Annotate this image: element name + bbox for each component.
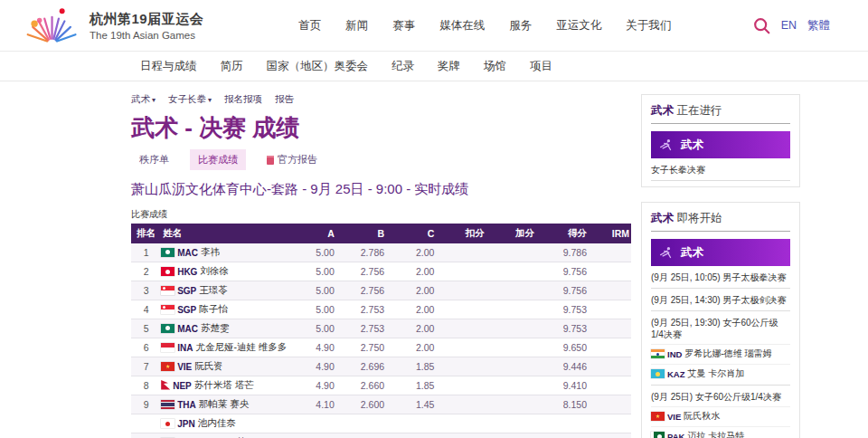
sub-nav-item[interactable]: 日程与成绩: [140, 59, 197, 74]
score-cell: 4.90: [304, 338, 346, 357]
score-cell: 9.753: [546, 319, 599, 338]
irm-cell: [599, 281, 631, 300]
results-table: 排名姓名ABC扣分加分得分IRM 1MAC李祎5.002.7862.009.78…: [131, 224, 631, 438]
tab-results[interactable]: 比赛成绩: [190, 149, 246, 170]
score-cell: [446, 414, 495, 433]
top-nav-item[interactable]: 首页: [298, 18, 321, 33]
sub-nav-item[interactable]: 简历: [221, 59, 243, 74]
search-icon[interactable]: [753, 17, 770, 34]
athlete-name: 苏楚雯: [201, 322, 230, 335]
breadcrumb-item[interactable]: 报名报项: [224, 93, 262, 106]
tab-official-report[interactable]: 官方报告: [259, 149, 326, 170]
score-cell: 2.753: [346, 319, 396, 338]
score-cell: [446, 357, 495, 376]
score-cell: 1.85: [396, 357, 446, 376]
sport-banner[interactable]: 武术: [651, 131, 790, 158]
athlete-cell: NEP苏什米塔 塔芒: [161, 376, 304, 395]
breadcrumb-item[interactable]: 报告: [275, 93, 294, 106]
sub-nav-item[interactable]: 项目: [530, 59, 552, 74]
athlete-cell: HKG刘徐徐: [161, 262, 304, 281]
sidebar-box-title: 武术 正在进行: [651, 103, 790, 124]
event-title[interactable]: (9月 25日, 14:30) 男子太极剑决赛: [651, 294, 790, 306]
event-title[interactable]: 女子长拳决赛: [651, 164, 790, 176]
score-cell: 4.90: [304, 376, 346, 395]
rank-cell: 4: [131, 300, 161, 319]
event-title[interactable]: (9月 25日, 19:30) 女子60公斤级1/4决赛: [651, 317, 790, 340]
top-nav-item[interactable]: 媒体在线: [439, 18, 485, 33]
score-cell: [304, 414, 346, 433]
score-cell: [546, 414, 599, 433]
vie-flag-icon: [651, 412, 665, 421]
score-cell: 9.756: [546, 281, 599, 300]
sub-nav-item[interactable]: 纪录: [392, 59, 414, 74]
top-nav-item[interactable]: 关于我们: [626, 18, 671, 33]
sidebar-event: (9月 25日) 女子60公斤级1/4决赛VIE阮氏秋水PAK迈拉 卡拉马特: [651, 386, 790, 438]
table-row: 9THA那帕莱 赛央4.102.6001.458.150: [131, 395, 631, 414]
brand-name-en: The 19th Asian Games: [90, 30, 203, 41]
lang-en-link[interactable]: EN: [781, 19, 797, 32]
column-header: C: [396, 224, 446, 243]
rank-cell: 1: [131, 243, 161, 262]
score-cell: [446, 433, 495, 438]
chevron-down-icon: ▾: [152, 96, 156, 104]
top-nav-item[interactable]: 亚运文化: [556, 18, 601, 33]
score-cell: 5.00: [304, 300, 346, 319]
score-cell: 8.150: [546, 395, 599, 414]
rank-cell: 9: [131, 395, 161, 414]
score-cell: [446, 338, 495, 357]
noc-code: THA: [177, 400, 196, 410]
lang-tc-link[interactable]: 繁體: [807, 18, 830, 33]
sub-nav-item[interactable]: 国家（地区）奥委会: [267, 59, 369, 74]
sgp-flag-icon: [161, 286, 175, 295]
score-cell: 9.756: [546, 262, 599, 281]
athlete-cell: INA尤金尼娅-迪娃 维多多: [161, 338, 304, 357]
column-header: 姓名: [161, 224, 304, 243]
sub-nav-item[interactable]: 场馆: [484, 59, 506, 74]
event-title[interactable]: (9月 25日) 女子60公斤级1/4决赛: [651, 391, 790, 403]
breadcrumb-item[interactable]: 女子长拳▾: [168, 93, 212, 106]
table-row: JPN池内佳奈: [131, 414, 631, 433]
score-cell: 2.660: [346, 376, 396, 395]
noc-code: JPN: [177, 419, 194, 429]
top-nav-item[interactable]: 服务: [509, 18, 532, 33]
athlete-name: 池内佳奈: [198, 417, 236, 430]
top-nav-item[interactable]: 赛事: [392, 18, 415, 33]
hkg-flag-icon: [161, 267, 175, 276]
rank-cell: 3: [131, 281, 161, 300]
breadcrumb-item[interactable]: 武术▾: [131, 93, 156, 106]
score-cell: 9.753: [546, 300, 599, 319]
sport-banner[interactable]: 武术: [651, 239, 790, 266]
table-row: 6INA尤金尼娅-迪娃 维多多4.902.7502.009.650: [131, 338, 631, 357]
score-cell: 2.00: [396, 243, 446, 262]
logo-wrap[interactable]: 杭州第19届亚运会 The 19th Asian Games: [14, 4, 203, 47]
nep-flag-icon: [161, 380, 170, 391]
tab-start-list[interactable]: 秩序单: [131, 149, 177, 170]
score-cell: 2.756: [346, 281, 396, 300]
breadcrumb: 武术▾女子长拳▾报名报项报告: [131, 93, 631, 106]
score-cell: [496, 300, 546, 319]
score-cell: 2.786: [346, 243, 396, 262]
noc-code: SGP: [177, 305, 196, 315]
score-cell: 2.756: [346, 262, 396, 281]
noc-code: SGP: [177, 286, 196, 296]
main-content: 武术▾女子长拳▾报名报项报告 武术 - 决赛 成绩 秩序单比赛成绩官方报告 萧山…: [131, 81, 631, 438]
ina-flag-icon: [161, 343, 175, 352]
score-cell: [346, 433, 396, 438]
athlete-cell: MAC苏楚雯: [161, 319, 304, 338]
wushu-pictogram-icon: [658, 246, 674, 260]
event-athlete: VIE阮氏秋水: [651, 406, 790, 423]
score-cell: [496, 414, 546, 433]
sub-nav-item[interactable]: 奖牌: [438, 59, 460, 74]
sidebar: 武术 正在进行武术女子长拳决赛武术 即将开始武术(9月 25日, 10:05) …: [641, 81, 800, 438]
score-cell: 1.85: [396, 376, 446, 395]
top-nav-item[interactable]: 新闻: [345, 18, 368, 33]
irm-cell: [599, 338, 631, 357]
event-title[interactable]: (9月 25日, 10:05) 男子太极拳决赛: [651, 271, 790, 283]
rank-cell: 6: [131, 338, 161, 357]
table-row: 8NEP苏什米塔 塔芒4.902.6601.859.410: [131, 376, 631, 395]
score-cell: [496, 433, 546, 438]
score-cell: 2.00: [396, 319, 446, 338]
column-header: 扣分: [446, 224, 495, 243]
irm-cell: [599, 395, 631, 414]
mac-flag-icon: [161, 248, 175, 257]
